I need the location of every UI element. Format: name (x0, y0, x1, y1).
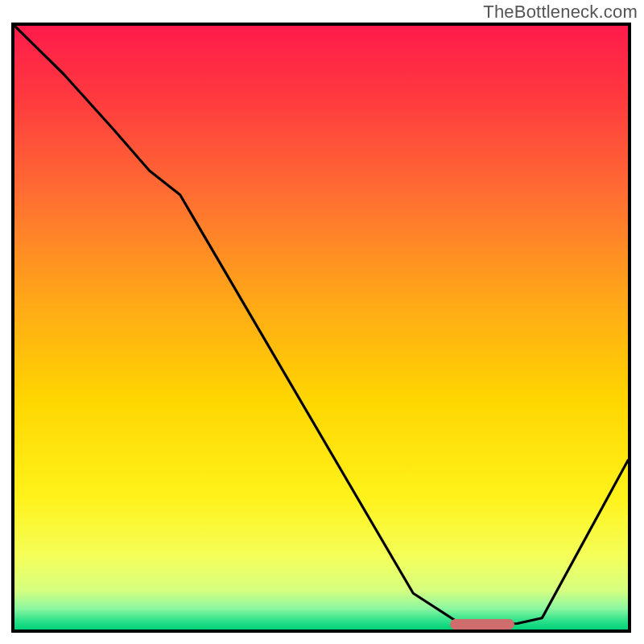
plot-area (14, 26, 628, 630)
minimum-marker-capsule (450, 619, 514, 630)
background-gradient (14, 26, 628, 630)
watermark-text: TheBottleneck.com (483, 2, 638, 23)
svg-rect-0 (14, 26, 628, 630)
